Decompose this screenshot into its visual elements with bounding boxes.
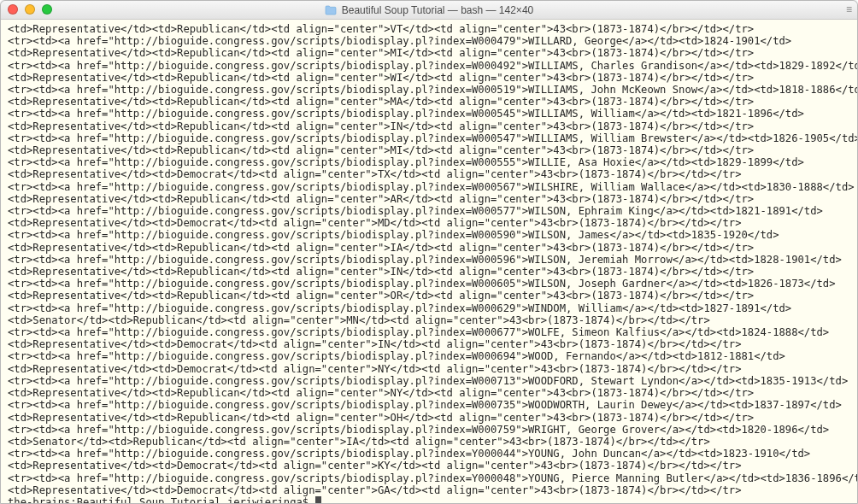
terminal-line: <tr><td><a href="http://bioguide.congres…: [8, 448, 852, 460]
terminal-line: <tr><td><a href="http://bioguide.congres…: [8, 399, 852, 411]
terminal-line: <tr><td><a href="http://bioguide.congres…: [8, 472, 852, 484]
minimize-icon[interactable]: [25, 4, 35, 15]
terminal-line: <td>Senator</td><td>Republican</td><td a…: [8, 314, 852, 326]
terminal-line: <td>Representative</td><td>Republican</t…: [8, 47, 852, 59]
terminal-line: <td>Representative</td><td>Republican</t…: [8, 387, 852, 399]
terminal-line: <td>Senator</td><td>Republican</td><td a…: [8, 436, 852, 448]
terminal-line: <td>Representative</td><td>Democrat</td>…: [8, 338, 852, 350]
window-title: Beautiful Soup Tutorial — bash — 142×40: [325, 4, 533, 16]
folder-icon: [325, 5, 337, 15]
shell-prompt[interactable]: the-brains:Beautiful Soup Tutorial jeriw…: [8, 496, 852, 503]
terminal-line: <td>Representative</td><td>Republican</t…: [8, 96, 852, 108]
terminal-line: <tr><td><a href="http://bioguide.congres…: [8, 326, 852, 338]
terminal-line: <tr><td><a href="http://bioguide.congres…: [8, 229, 852, 241]
traffic-lights: [8, 4, 52, 15]
terminal-line: <tr><td><a href="http://bioguide.congres…: [8, 35, 852, 47]
terminal-line: <tr><td><a href="http://bioguide.congres…: [8, 108, 852, 120]
terminal-line: <td>Representative</td><td>Republican</t…: [8, 193, 852, 205]
terminal-line: <td>Representative</td><td>Democrat</td>…: [8, 217, 852, 229]
terminal-line: <td>Representative</td><td>Republican</t…: [8, 290, 852, 302]
titlebar[interactable]: Beautiful Soup Tutorial — bash — 142×40 …: [1, 1, 857, 20]
window-title-text: Beautiful Soup Tutorial — bash — 142×40: [342, 4, 533, 16]
terminal-line: <tr><td><a href="http://bioguide.congres…: [8, 156, 852, 168]
terminal-line: <td>Representative</td><td>Republican</t…: [8, 412, 852, 424]
terminal-line: <tr><td><a href="http://bioguide.congres…: [8, 60, 852, 72]
prompt-text: the-brains:Beautiful Soup Tutorial jeriw…: [8, 496, 315, 503]
terminal-line: <td>Representative</td><td>Republican</t…: [8, 242, 852, 254]
terminal-line: <td>Representative</td><td>Democrat</td>…: [8, 363, 852, 375]
cursor-icon: [315, 496, 321, 503]
terminal-line: <td>Representative</td><td>Republican</t…: [8, 120, 852, 132]
terminal-line: <tr><td><a href="http://bioguide.congres…: [8, 254, 852, 266]
terminal-line: <tr><td><a href="http://bioguide.congres…: [8, 84, 852, 96]
close-icon[interactable]: [8, 4, 18, 15]
terminal-line: <td>Representative</td><td>Republican</t…: [8, 23, 852, 35]
terminal-line: <td>Representative</td><td>Democrat</td>…: [8, 484, 852, 496]
terminal-line: <td>Representative</td><td>Democrat</td>…: [8, 460, 852, 472]
terminal-line: <tr><td><a href="http://bioguide.congres…: [8, 205, 852, 217]
terminal-line: <tr><td><a href="http://bioguide.congres…: [8, 350, 852, 362]
terminal-line: <tr><td><a href="http://bioguide.congres…: [8, 302, 852, 314]
terminal-line: <td>Representative</td><td>Republican</t…: [8, 72, 852, 84]
terminal-line: <td>Representative</td><td>Republican</t…: [8, 266, 852, 278]
terminal-line: <tr><td><a href="http://bioguide.congres…: [8, 278, 852, 290]
terminal-line: <tr><td><a href="http://bioguide.congres…: [8, 132, 852, 144]
zoom-icon[interactable]: [42, 4, 52, 15]
terminal-line: <tr><td><a href="http://bioguide.congres…: [8, 424, 852, 436]
proxy-icon[interactable]: ≡: [846, 3, 852, 15]
terminal-line: <td>Representative</td><td>Republican</t…: [8, 144, 852, 156]
terminal-line: <tr><td><a href="http://bioguide.congres…: [8, 181, 852, 193]
terminal-line: <td>Representative</td><td>Democrat</td>…: [8, 168, 852, 180]
terminal-output[interactable]: <td>Representative</td><td>Republican</t…: [1, 20, 857, 503]
terminal-line: <tr><td><a href="http://bioguide.congres…: [8, 375, 852, 387]
terminal-window: Beautiful Soup Tutorial — bash — 142×40 …: [0, 0, 858, 504]
